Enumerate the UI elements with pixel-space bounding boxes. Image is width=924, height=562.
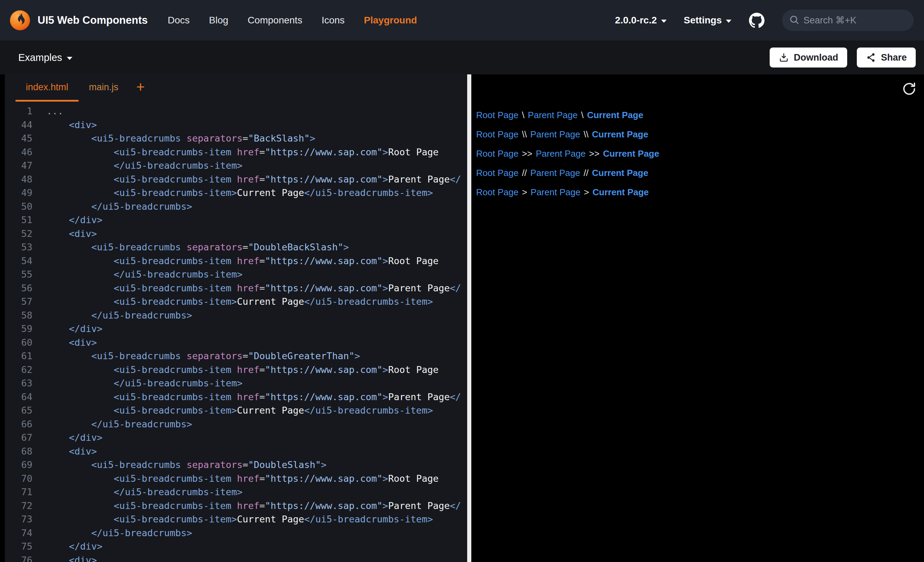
- line-number: 54: [5, 254, 32, 268]
- code-line[interactable]: 46 <ui5-breadcrumbs-item href="https://w…: [5, 145, 467, 159]
- code-line[interactable]: 59 </div>: [5, 322, 467, 336]
- chevron-down-icon: [67, 57, 72, 60]
- code-line[interactable]: 73 <ui5-breadcrumbs-item>Current Page</u…: [5, 513, 467, 526]
- code-line[interactable]: 47 </ui5-breadcrumbs-item>: [5, 159, 467, 172]
- nav-links: DocsBlogComponentsIconsPlayground: [168, 15, 417, 26]
- code-line[interactable]: 57 <ui5-breadcrumbs-item>Current Page</u…: [5, 295, 467, 309]
- code-text: <ui5-breadcrumbs-item>Current Page</ui5-…: [46, 403, 433, 417]
- code-line[interactable]: 54 <ui5-breadcrumbs-item href="https://w…: [5, 254, 467, 268]
- nav-link-playground[interactable]: Playground: [364, 15, 417, 26]
- code-line[interactable]: 63 </ui5-breadcrumbs-item>: [5, 376, 467, 390]
- share-button[interactable]: Share: [857, 48, 916, 67]
- refresh-icon[interactable]: [901, 81, 917, 97]
- code-text: <ui5-breadcrumbs separators="DoubleGreat…: [46, 349, 360, 363]
- code-text: <ui5-breadcrumbs-item href="https://www.…: [46, 145, 439, 159]
- code-line[interactable]: 44 <div>: [5, 118, 467, 132]
- breadcrumb-link[interactable]: Parent Page: [531, 187, 580, 198]
- download-button[interactable]: Download: [770, 48, 847, 67]
- code-line[interactable]: 66 </ui5-breadcrumbs>: [5, 417, 467, 431]
- code-text: </div>: [46, 540, 103, 553]
- line-number: 49: [5, 186, 32, 200]
- code-text: <ui5-breadcrumbs-item href="https://www.…: [46, 499, 461, 513]
- breadcrumb-link[interactable]: Root Page: [476, 187, 519, 198]
- nav-link-components[interactable]: Components: [248, 15, 303, 26]
- nav-link-docs[interactable]: Docs: [168, 15, 190, 26]
- code-line[interactable]: 49 <ui5-breadcrumbs-item>Current Page</u…: [5, 186, 467, 200]
- code-line[interactable]: 45 <ui5-breadcrumbs separators="BackSlas…: [5, 132, 467, 145]
- line-number: 61: [5, 349, 32, 363]
- breadcrumb-link[interactable]: Parent Page: [530, 129, 580, 140]
- share-icon: [866, 52, 876, 63]
- code-line[interactable]: 1...: [5, 104, 467, 118]
- breadcrumb-separator: //: [522, 168, 527, 178]
- add-tab-button[interactable]: +: [129, 74, 153, 99]
- settings-label: Settings: [684, 15, 722, 26]
- code-line[interactable]: 68 <div>: [5, 445, 467, 459]
- settings-dropdown[interactable]: Settings: [684, 15, 731, 26]
- code-text: <ui5-breadcrumbs-item href="https://www.…: [46, 254, 439, 268]
- version-dropdown[interactable]: 2.0.0-rc.2: [615, 15, 666, 26]
- breadcrumb: Root Page\\Parent Page\\Current Page: [476, 124, 924, 144]
- code-line[interactable]: 50 </ui5-breadcrumbs>: [5, 200, 467, 213]
- github-icon[interactable]: [748, 12, 765, 28]
- code-line[interactable]: 51 </div>: [5, 213, 467, 227]
- code-line[interactable]: 71 </ui5-breadcrumbs-item>: [5, 485, 467, 499]
- code-line[interactable]: 67 </div>: [5, 431, 467, 445]
- top-navbar: UI5 Web Components DocsBlogComponentsIco…: [0, 0, 924, 40]
- search-input[interactable]: [803, 15, 907, 26]
- navbar-right: 2.0.0-rc.2 Settings: [615, 10, 914, 31]
- code-line[interactable]: 65 <ui5-breadcrumbs-item>Current Page</u…: [5, 403, 467, 417]
- code-line[interactable]: 74 </ui5-breadcrumbs>: [5, 526, 467, 540]
- breadcrumb-link[interactable]: Parent Page: [528, 110, 578, 120]
- line-number: 51: [5, 213, 32, 227]
- line-number: 65: [5, 403, 32, 417]
- code-line[interactable]: 53 <ui5-breadcrumbs separators="DoubleBa…: [5, 240, 467, 254]
- share-label: Share: [881, 52, 907, 63]
- breadcrumb-current: Current Page: [587, 110, 643, 120]
- code-line[interactable]: 61 <ui5-breadcrumbs separators="DoubleGr…: [5, 349, 467, 363]
- code-line[interactable]: 58 </ui5-breadcrumbs>: [5, 309, 467, 322]
- code-text: <ui5-breadcrumbs-item href="https://www.…: [46, 472, 439, 486]
- code-line[interactable]: 75 </div>: [5, 540, 467, 553]
- breadcrumb-link[interactable]: Root Page: [476, 148, 519, 159]
- panel-splitter[interactable]: [467, 74, 471, 562]
- code-text: </ui5-breadcrumbs>: [46, 417, 192, 431]
- breadcrumb-link[interactable]: Root Page: [476, 168, 519, 178]
- code-line[interactable]: 62 <ui5-breadcrumbs-item href="https://w…: [5, 363, 467, 377]
- line-number: 67: [5, 431, 32, 445]
- breadcrumb-link[interactable]: Root Page: [476, 110, 519, 120]
- breadcrumb-link[interactable]: Parent Page: [536, 148, 586, 159]
- breadcrumb-link[interactable]: Root Page: [476, 129, 519, 140]
- code-line[interactable]: 70 <ui5-breadcrumbs-item href="https://w…: [5, 472, 467, 486]
- code-line[interactable]: 56 <ui5-breadcrumbs-item href="https://w…: [5, 281, 467, 295]
- tab-index-html[interactable]: index.html: [15, 74, 78, 102]
- code-line[interactable]: 69 <ui5-breadcrumbs separators="DoubleSl…: [5, 458, 467, 472]
- line-number: 50: [5, 200, 32, 213]
- breadcrumb-link[interactable]: Parent Page: [530, 168, 580, 178]
- breadcrumb-current: Current Page: [603, 148, 659, 159]
- breadcrumb-separator: \: [522, 110, 524, 120]
- ui5-logo-icon[interactable]: [9, 10, 31, 31]
- breadcrumb-current: Current Page: [592, 187, 649, 198]
- code-line[interactable]: 60 <div>: [5, 336, 467, 349]
- code-text: <ui5-breadcrumbs-item href="https://www.…: [46, 363, 439, 377]
- code-line[interactable]: 76 <div>: [5, 553, 467, 562]
- code-line[interactable]: 52 <div>: [5, 227, 467, 241]
- line-number: 68: [5, 445, 32, 459]
- code-lines[interactable]: 1...44 <div>45 <ui5-breadcrumbs separato…: [5, 102, 467, 562]
- breadcrumb-separator: >: [584, 187, 589, 198]
- code-editor-panel: index.html main.js + 1...44 <div>45 <ui5…: [5, 74, 467, 562]
- code-text: <div>: [46, 445, 97, 459]
- code-line[interactable]: 55 </ui5-breadcrumbs-item>: [5, 268, 467, 281]
- breadcrumb-separator: >: [522, 187, 527, 198]
- code-line[interactable]: 48 <ui5-breadcrumbs-item href="https://w…: [5, 172, 467, 186]
- examples-dropdown[interactable]: Examples: [18, 52, 72, 63]
- code-line[interactable]: 72 <ui5-breadcrumbs-item href="https://w…: [5, 499, 467, 513]
- search-box[interactable]: [782, 10, 914, 31]
- tab-main-js[interactable]: main.js: [78, 74, 129, 102]
- line-number: 60: [5, 336, 32, 349]
- nav-link-icons[interactable]: Icons: [321, 15, 345, 26]
- line-number: 73: [5, 513, 32, 526]
- code-line[interactable]: 64 <ui5-breadcrumbs-item href="https://w…: [5, 390, 467, 404]
- nav-link-blog[interactable]: Blog: [209, 15, 228, 26]
